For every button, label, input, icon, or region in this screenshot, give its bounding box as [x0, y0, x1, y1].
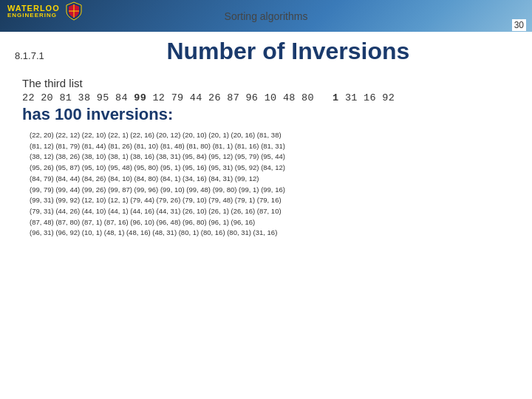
inversion-line: (84, 79) (84, 44) (84, 26) (84, 10) (84,… — [30, 174, 510, 185]
inversion-line: (99, 31) (99, 92) (12, 10) (12, 1) (79, … — [30, 195, 510, 206]
header: WATERLOO ENGINEERING Sorting algorithms — [0, 0, 532, 32]
inversion-line: (87, 48) (87, 80) (87, 1) (87, 16) (96, … — [30, 217, 510, 228]
page-number: 30 — [512, 19, 526, 31]
inversions-label: has 100 inversions: — [22, 105, 510, 124]
logo-waterloo: WATERLOO — [7, 4, 60, 13]
logo-area: WATERLOO ENGINEERING — [7, 1, 82, 21]
inversion-line: (99, 79) (99, 44) (99, 26) (99, 87) (99,… — [30, 185, 510, 196]
third-list-label: The third list — [22, 77, 510, 89]
main-content: 8.1.7.1 Number of Inversions The third l… — [0, 32, 532, 246]
bold-1: 1 — [332, 92, 338, 103]
inversion-line: (96, 31) (96, 92) (10, 1) (48, 1) (48, 1… — [30, 228, 510, 239]
logo-engineering: ENGINEERING — [7, 13, 60, 18]
inversion-line: (95, 26) (95, 87) (95, 10) (95, 48) (95,… — [30, 163, 510, 174]
bold-99: 99 — [134, 92, 146, 103]
inversion-line: (22, 20) (22, 12) (22, 10) (22, 1) (22, … — [30, 130, 510, 141]
inversion-line: (81, 12) (81, 79) (81, 44) (81, 26) (81,… — [30, 141, 510, 152]
page-title: Number of Inversions — [59, 38, 517, 65]
inversion-line: (79, 31) (44, 26) (44, 10) (44, 1) (44, … — [30, 206, 510, 217]
shield-icon — [66, 1, 82, 21]
content-area: The third list 22 20 81 38 95 84 99 12 7… — [15, 77, 517, 239]
inversion-line: (38, 12) (38, 26) (38, 10) (38, 1) (38, … — [30, 151, 510, 163]
number-sequence: 22 20 81 38 95 84 99 12 79 44 26 87 96 1… — [22, 92, 510, 103]
logo-text: WATERLOO ENGINEERING — [7, 4, 60, 18]
section-label: 8.1.7.1 — [15, 50, 44, 61]
inversions-list: (22, 20) (22, 12) (22, 10) (22, 1) (22, … — [22, 130, 510, 239]
header-title: Sorting algorithms — [225, 10, 308, 22]
